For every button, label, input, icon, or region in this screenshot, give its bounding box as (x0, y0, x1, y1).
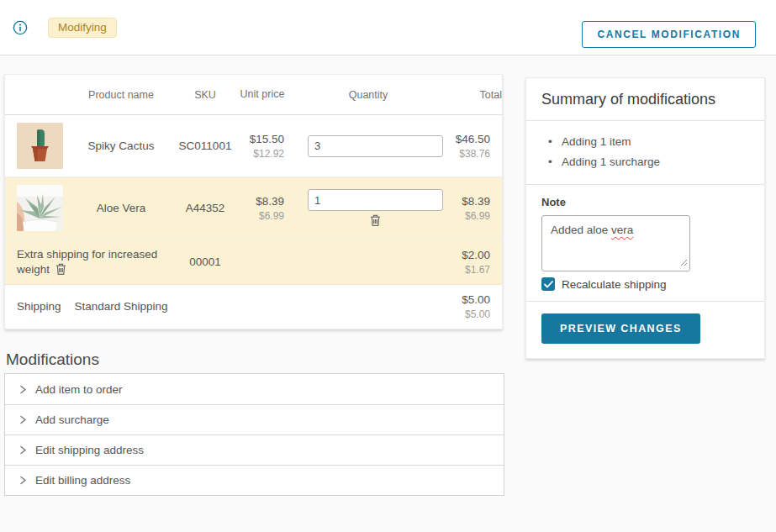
summary-title: Summary of modifications (526, 78, 764, 120)
shipping-total-secondary: $5.00 (451, 308, 490, 321)
row-total: $8.39 (451, 194, 490, 209)
product-name: Spiky Cactus (71, 139, 172, 154)
modifications-title: Modifications (6, 350, 99, 369)
accordion-add-item-to-order[interactable]: Add item to order (5, 374, 504, 404)
trash-icon (55, 262, 67, 276)
summary-item: Adding 1 surcharge (548, 152, 749, 172)
remove-surcharge-button[interactable] (55, 262, 67, 276)
table-row-surcharge: Extra shipping for increased weight 0000… (5, 240, 502, 285)
accordion-item-label: Edit billing address (35, 474, 130, 487)
column-header-total: Total (451, 89, 502, 101)
chevron-right-icon (19, 476, 27, 485)
column-header-sku: SKU (172, 89, 239, 101)
status-badge: Modifying (48, 18, 117, 38)
row-total-secondary: $6.99 (451, 209, 490, 223)
surcharge-total: $2.00 (451, 248, 490, 263)
product-image-spiky-cactus (17, 123, 63, 169)
accordion-edit-billing-address[interactable]: Edit billing address (5, 465, 504, 495)
unit-price-secondary: $12.92 (239, 147, 284, 161)
chevron-right-icon (19, 445, 27, 455)
recalculate-shipping-label: Recalculate shipping (562, 278, 667, 291)
recalculate-shipping-checkbox-row[interactable]: Recalculate shipping (541, 277, 749, 291)
table-row-aloe-vera: Aloe Vera A44352 $8.39 $6.99 (5, 177, 502, 240)
top-bar: Modifying CANCEL MODIFICATION (0, 0, 776, 55)
table-row-spiky-cactus: Spiky Cactus SC011001 $15.50 $12.92 $46.… (5, 115, 502, 177)
column-header-product-name: Product name (71, 89, 172, 101)
summary-of-modifications-panel: Summary of modifications Adding 1 item A… (525, 77, 765, 359)
summary-items-list: Adding 1 item Adding 1 surcharge (526, 121, 764, 184)
chevron-right-icon (19, 385, 27, 394)
surcharge-sku: 00001 (172, 255, 239, 270)
surcharge-label: Extra shipping for increased weight (17, 248, 157, 276)
accordion-edit-shipping-address[interactable]: Edit shipping address (5, 435, 504, 465)
summary-items-section: Adding 1 item Adding 1 surcharge (526, 120, 764, 184)
modifications-accordion: Add item to order Add surcharge Edit shi… (4, 373, 504, 496)
column-header-quantity: Quantity (286, 89, 451, 101)
column-header-unit-price: Unit price (239, 88, 286, 101)
accordion-item-label: Edit shipping address (35, 444, 144, 456)
note-label: Note (541, 196, 749, 208)
table-row-shipping: Shipping Standard Shipping $5.00 $5.00 (5, 285, 502, 329)
chevron-right-icon (19, 415, 27, 424)
unit-price: $8.39 (239, 194, 284, 209)
info-icon[interactable] (13, 20, 28, 35)
textarea-resize-handle[interactable] (679, 256, 688, 269)
preview-changes-button[interactable]: PREVIEW CHANGES (541, 313, 700, 344)
shipping-method: Standard Shipping (71, 299, 172, 314)
accordion-item-label: Add item to order (35, 383, 123, 396)
quantity-input-spiky-cactus[interactable] (308, 135, 443, 157)
summary-item: Adding 1 item (548, 132, 749, 152)
unit-price: $15.50 (239, 132, 284, 147)
note-text-misspelled: vera (611, 224, 633, 236)
accordion-item-label: Add surcharge (35, 413, 109, 426)
product-sku: A44352 (172, 201, 239, 216)
unit-price-secondary: $6.99 (239, 209, 284, 223)
summary-actions-section: PREVIEW CHANGES (526, 301, 764, 358)
product-image-aloe-vera (17, 185, 63, 231)
surcharge-total-secondary: $1.67 (451, 263, 490, 277)
cancel-modification-button[interactable]: CANCEL MODIFICATION (582, 21, 756, 48)
order-items-table: Product name SKU Unit price Quantity Tot… (4, 74, 503, 329)
remove-aloe-vera-button[interactable] (369, 213, 382, 227)
quantity-input-aloe-vera[interactable] (308, 189, 443, 211)
trash-icon (369, 213, 382, 227)
note-textarea[interactable]: Added aloe vera (541, 215, 690, 271)
note-section: Note Added aloe vera Recalcul (526, 184, 764, 301)
row-total-secondary: $38.76 (451, 147, 490, 161)
shipping-label: Shipping (5, 299, 71, 314)
product-name: Aloe Vera (71, 201, 172, 216)
checkbox-checked-icon[interactable] (541, 277, 555, 291)
product-sku: SC011001 (172, 139, 239, 154)
note-text: Added aloe (551, 224, 611, 236)
shipping-total: $5.00 (451, 292, 490, 308)
table-header-row: Product name SKU Unit price Quantity Tot… (5, 75, 502, 115)
order-modification-page: Modifying CANCEL MODIFICATION Product na… (0, 0, 776, 532)
accordion-add-surcharge[interactable]: Add surcharge (5, 404, 504, 435)
row-total: $46.50 (451, 132, 490, 147)
